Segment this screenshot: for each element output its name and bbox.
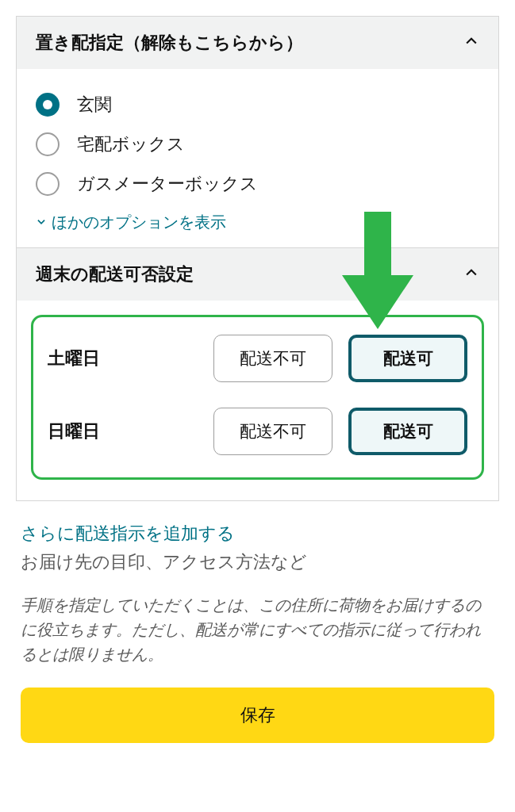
placement-title: 置き配指定（解除もこちらから） — [36, 31, 303, 55]
weekend-panel: 週末の配送可否設定 土曜日 配送不可 配送可 — [16, 248, 499, 501]
radio-unchecked-icon — [36, 172, 60, 196]
save-button[interactable]: 保存 — [21, 688, 494, 743]
disclaimer-text: 手順を指定していただくことは、この住所に荷物をお届けするのに役立ちます。ただし、… — [21, 593, 494, 667]
placement-option-label: 宅配ボックス — [77, 132, 185, 156]
add-instructions-subtext: お届け先の目印、アクセス方法など — [21, 550, 494, 574]
weekend-body: 土曜日 配送不可 配送可 日曜日 配送不可 配送可 — [17, 301, 498, 500]
weekend-highlight: 土曜日 配送不可 配送可 日曜日 配送不可 配送可 — [31, 315, 484, 480]
show-more-options-link[interactable]: ほかのオプションを表示 — [36, 212, 226, 233]
placement-option-label: 玄関 — [77, 93, 112, 117]
add-instructions-link[interactable]: さらに配送指示を追加する — [21, 522, 235, 546]
chevron-up-icon — [463, 265, 479, 284]
saturday-toggle-group: 配送不可 配送可 — [146, 335, 467, 382]
saturday-no-button[interactable]: 配送不可 — [213, 335, 332, 382]
extra-area: さらに配送指示を追加する お届け先の目印、アクセス方法など 手順を指定していただ… — [16, 501, 499, 743]
radio-checked-icon — [36, 93, 60, 117]
weekend-day-label: 日曜日 — [48, 419, 135, 443]
chevron-up-icon — [463, 33, 479, 52]
sunday-no-button[interactable]: 配送不可 — [213, 408, 332, 455]
placement-option-entrance[interactable]: 玄関 — [36, 85, 479, 124]
saturday-yes-button[interactable]: 配送可 — [348, 335, 467, 382]
weekend-day-label: 土曜日 — [48, 347, 135, 370]
placement-option-label: ガスメーターボックス — [77, 172, 258, 196]
weekend-header[interactable]: 週末の配送可否設定 — [17, 248, 498, 301]
placement-option-gas-meter-box[interactable]: ガスメーターボックス — [36, 164, 479, 204]
placement-header[interactable]: 置き配指定（解除もこちらから） — [17, 17, 498, 69]
chevron-down-icon — [36, 213, 47, 232]
sunday-toggle-group: 配送不可 配送可 — [146, 408, 467, 455]
sunday-yes-button[interactable]: 配送可 — [348, 408, 467, 455]
placement-option-delivery-box[interactable]: 宅配ボックス — [36, 124, 479, 164]
radio-unchecked-icon — [36, 132, 60, 156]
placement-panel: 置き配指定（解除もこちらから） 玄関 宅配ボックス ガスメーターボックス — [16, 16, 499, 248]
weekend-title: 週末の配送可否設定 — [36, 262, 194, 286]
placement-body: 玄関 宅配ボックス ガスメーターボックス ほかのオプションを表示 — [17, 69, 498, 247]
weekend-row-sunday: 日曜日 配送不可 配送可 — [48, 408, 467, 455]
weekend-row-saturday: 土曜日 配送不可 配送可 — [48, 335, 467, 382]
show-more-options-label: ほかのオプションを表示 — [52, 212, 226, 233]
